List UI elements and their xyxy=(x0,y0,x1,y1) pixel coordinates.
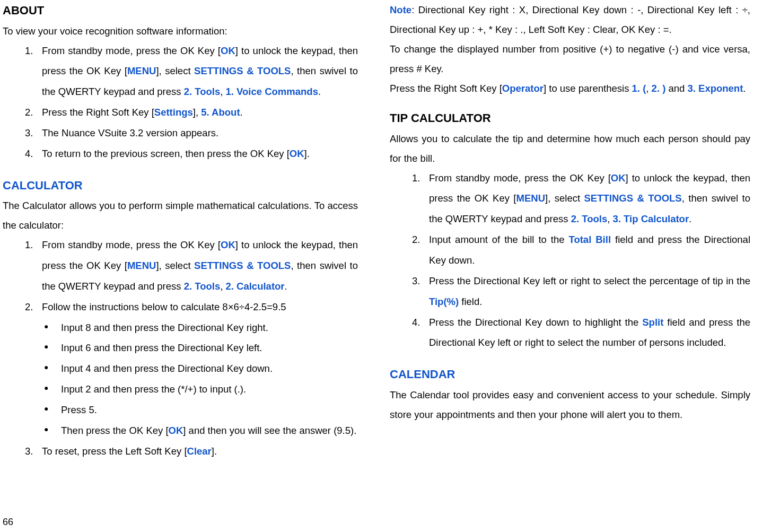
operator-key: Operator xyxy=(502,83,544,94)
text: field. xyxy=(459,296,482,307)
calculator-list-cont: 3. To reset, press the Left Soft Key [Cl… xyxy=(3,441,358,462)
tip-list: 1. From standby mode, press the OK Key [… xyxy=(390,168,750,354)
list-number: 1. xyxy=(25,41,33,62)
calculator-option: 2. Calculator xyxy=(226,281,285,292)
list-number: 4. xyxy=(412,312,420,333)
text: ], select xyxy=(156,65,194,76)
text: ]. xyxy=(212,446,217,457)
settings-key: Settings xyxy=(154,107,193,118)
text: Press the Directional Key left or right … xyxy=(429,275,750,286)
ok-key: OK xyxy=(169,425,183,436)
list-number: 3. xyxy=(25,123,33,144)
calendar-text: The Calendar tool provides easy and conv… xyxy=(390,385,750,424)
text: Input 4 and then press the Directional K… xyxy=(61,363,273,374)
menu-key: MENU xyxy=(516,193,545,204)
voice-commands: 1. Voice Commands xyxy=(226,86,318,97)
about-item-4: 4. To return to the previous screen, the… xyxy=(25,144,358,164)
text: To return to the previous screen, then p… xyxy=(42,148,290,159)
bullet-item: Input 6 and then press the Directional K… xyxy=(44,338,358,359)
about-intro: To view your voice recognition software … xyxy=(3,21,358,41)
text: . xyxy=(743,83,746,94)
about-list: 1. From standby mode, press the OK Key [… xyxy=(3,41,358,164)
paren-close: 2. ) xyxy=(652,83,666,94)
settings-tools: SETTINGS & TOOLS xyxy=(584,193,682,204)
settings-tools: SETTINGS & TOOLS xyxy=(194,65,291,76)
text: ], select xyxy=(545,193,584,204)
bullet-item: Input 4 and then press the Directional K… xyxy=(44,359,358,379)
text: , xyxy=(220,86,225,97)
text: and xyxy=(665,83,687,94)
text: From standby mode, press the OK Key [ xyxy=(42,239,221,250)
tip-percent-field: Tip(%) xyxy=(429,296,459,307)
text: ] to use parenthesis xyxy=(544,83,632,94)
left-column: ABOUT To view your voice recognition sof… xyxy=(3,0,358,511)
text: Input 2 and then press the (*/+) to inpu… xyxy=(61,383,246,395)
right-column: Note: Directional Key right : X, Directi… xyxy=(390,0,750,511)
text: . xyxy=(285,281,287,292)
text: ], select xyxy=(156,260,194,271)
text: Input 8 and then press the Directional K… xyxy=(61,322,268,333)
about-item-3: 3. The Nuance VSuite 3.2 version appears… xyxy=(25,123,358,144)
menu-key: MENU xyxy=(127,260,156,271)
list-number: 1. xyxy=(25,235,33,256)
ok-key: OK xyxy=(221,45,235,56)
list-number: 3. xyxy=(412,271,420,292)
split-field: Split xyxy=(642,317,663,328)
calc-bullet-list: Input 8 and then press the Directional K… xyxy=(3,318,358,441)
tip-item-2: 2. Input amount of the bill to the Total… xyxy=(412,230,750,271)
about-heading: ABOUT xyxy=(3,0,358,21)
bullet-item: Input 8 and then press the Directional K… xyxy=(44,318,358,338)
text: : Directional Key right : X, Directional… xyxy=(390,4,750,35)
page-number: 66 xyxy=(3,517,13,528)
total-bill-field: Total Bill xyxy=(568,234,611,245)
calculator-intro: The Calculator allows you to perform sim… xyxy=(3,196,358,235)
tools-option: 2. Tools xyxy=(184,281,221,292)
tip-item-4: 4. Press the Directional Key down to hig… xyxy=(412,312,750,354)
calc-item-3: 3. To reset, press the Left Soft Key [Cl… xyxy=(25,441,358,462)
tip-item-3: 3. Press the Directional Key left or rig… xyxy=(412,271,750,312)
text: Press 5. xyxy=(61,404,97,415)
tip-calc-option: 3. Tip Calculator xyxy=(613,213,689,224)
text: . xyxy=(689,213,691,224)
text: To reset, press the Left Soft Key [ xyxy=(42,446,187,457)
about-option: 5. About xyxy=(201,107,240,118)
tip-item-1: 1. From standby mode, press the OK Key [… xyxy=(412,168,750,230)
list-number: 2. xyxy=(412,230,420,250)
text: Then press the OK Key [ xyxy=(61,425,169,436)
calendar-heading: CALENDAR xyxy=(390,364,750,385)
change-sign-text: To change the displayed number from posi… xyxy=(390,39,750,79)
calculator-heading: CALCULATOR xyxy=(3,175,358,196)
ok-key: OK xyxy=(611,172,626,184)
ok-key: OK xyxy=(290,148,304,159)
tip-intro: Allows you to calculate the tip and dete… xyxy=(390,129,750,168)
text: , xyxy=(646,83,651,94)
text: From standby mode, press the OK Key [ xyxy=(429,172,611,184)
exponent: 3. Exponent xyxy=(687,83,743,94)
bullet-item: Input 2 and then press the (*/+) to inpu… xyxy=(44,379,358,400)
list-number: 1. xyxy=(412,168,420,189)
menu-key: MENU xyxy=(127,65,156,76)
bullet-item: Then press the OK Key [OK] and then you … xyxy=(44,421,358,441)
tip-calculator-heading: TIP CALCULATOR xyxy=(390,108,750,129)
list-number: 2. xyxy=(25,297,33,318)
list-number: 4. xyxy=(25,144,33,164)
text: From standby mode, press the OK Key [ xyxy=(42,45,221,56)
text: ] and then you will see the answer (9.5)… xyxy=(183,425,356,436)
text: . xyxy=(318,86,321,97)
list-number: 3. xyxy=(25,441,33,462)
clear-key: Clear xyxy=(187,446,212,457)
calc-item-2: 2. Follow the instructions below to calc… xyxy=(25,297,358,318)
text: Input 6 and then press the Directional K… xyxy=(61,342,262,353)
text: ]. xyxy=(304,148,310,159)
about-item-2: 2. Press the Right Soft Key [Settings], … xyxy=(25,102,358,123)
calc-item-1: 1. From standby mode, press the OK Key [… xyxy=(25,235,358,297)
tools-option: 2. Tools xyxy=(571,213,608,224)
tools-option: 2. Tools xyxy=(184,86,221,97)
text: Press the Right Soft Key [ xyxy=(390,83,502,94)
text: , xyxy=(220,281,225,292)
text: ], xyxy=(193,107,201,118)
settings-tools: SETTINGS & TOOLS xyxy=(194,260,291,271)
text: , xyxy=(607,213,612,224)
text: . xyxy=(240,107,243,118)
text: Press the Right Soft Key [ xyxy=(42,107,154,118)
